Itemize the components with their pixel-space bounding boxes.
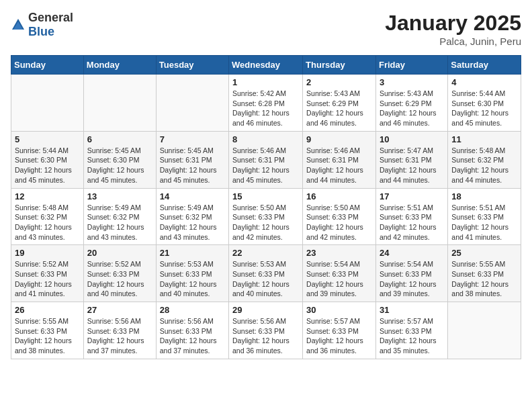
day-number: 6 [87, 134, 152, 144]
calendar-cell: 19Sunrise: 5:52 AM Sunset: 6:33 PM Dayli… [11, 245, 84, 302]
day-number: 22 [232, 248, 299, 258]
day-info: Sunrise: 5:50 AM Sunset: 6:33 PM Dayligh… [306, 203, 372, 242]
day-info: Sunrise: 5:56 AM Sunset: 6:33 PM Dayligh… [160, 316, 225, 356]
day-number: 2 [306, 77, 372, 87]
weekday-header-thursday: Thursday [303, 56, 376, 75]
page-header: General Blue January 2025 Palca, Junin, … [11, 11, 521, 47]
calendar-week-1: 1Sunrise: 5:42 AM Sunset: 6:28 PM Daylig… [11, 75, 521, 132]
calendar-cell: 28Sunrise: 5:56 AM Sunset: 6:33 PM Dayli… [156, 302, 228, 359]
day-number: 17 [380, 191, 444, 201]
day-number: 16 [306, 191, 372, 201]
day-info: Sunrise: 5:44 AM Sunset: 6:30 PM Dayligh… [451, 89, 517, 128]
title-block: January 2025 Palca, Junin, Peru [385, 11, 521, 47]
day-number: 15 [232, 191, 299, 201]
calendar-cell: 27Sunrise: 5:56 AM Sunset: 6:33 PM Dayli… [83, 302, 156, 359]
day-number: 14 [160, 191, 225, 201]
calendar-cell: 8Sunrise: 5:46 AM Sunset: 6:31 PM Daylig… [229, 131, 303, 188]
calendar-cell [156, 75, 228, 132]
day-number: 18 [451, 191, 517, 201]
day-info: Sunrise: 5:54 AM Sunset: 6:33 PM Dayligh… [306, 259, 372, 299]
calendar-cell: 16Sunrise: 5:50 AM Sunset: 6:33 PM Dayli… [303, 188, 376, 245]
day-info: Sunrise: 5:57 AM Sunset: 6:33 PM Dayligh… [380, 316, 444, 356]
calendar-cell: 29Sunrise: 5:56 AM Sunset: 6:33 PM Dayli… [229, 302, 303, 359]
day-number: 8 [232, 134, 299, 144]
calendar-cell: 20Sunrise: 5:52 AM Sunset: 6:33 PM Dayli… [83, 245, 156, 302]
day-number: 3 [380, 77, 444, 87]
day-number: 11 [451, 134, 517, 144]
day-number: 9 [306, 134, 372, 144]
calendar-location: Palca, Junin, Peru [385, 36, 521, 47]
weekday-header-tuesday: Tuesday [156, 56, 228, 75]
weekday-header-monday: Monday [83, 56, 156, 75]
calendar-table: SundayMondayTuesdayWednesdayThursdayFrid… [11, 55, 521, 359]
day-number: 13 [87, 191, 152, 201]
day-info: Sunrise: 5:51 AM Sunset: 6:33 PM Dayligh… [380, 203, 444, 242]
day-info: Sunrise: 5:45 AM Sunset: 6:30 PM Dayligh… [87, 146, 152, 185]
calendar-cell: 4Sunrise: 5:44 AM Sunset: 6:30 PM Daylig… [448, 75, 521, 132]
logo-general-text: General [28, 11, 73, 24]
day-info: Sunrise: 5:53 AM Sunset: 6:33 PM Dayligh… [160, 259, 225, 299]
day-info: Sunrise: 5:55 AM Sunset: 6:33 PM Dayligh… [451, 259, 517, 299]
day-number: 19 [15, 248, 80, 258]
day-number: 28 [160, 305, 225, 315]
day-info: Sunrise: 5:43 AM Sunset: 6:29 PM Dayligh… [306, 89, 372, 128]
calendar-cell: 12Sunrise: 5:48 AM Sunset: 6:32 PM Dayli… [11, 188, 84, 245]
weekday-header-friday: Friday [375, 56, 447, 75]
logo-blue-text: Blue [28, 25, 54, 38]
day-info: Sunrise: 5:43 AM Sunset: 6:29 PM Dayligh… [380, 89, 444, 128]
calendar-cell: 6Sunrise: 5:45 AM Sunset: 6:30 PM Daylig… [83, 131, 156, 188]
logo: General Blue [11, 11, 73, 39]
calendar-cell: 13Sunrise: 5:49 AM Sunset: 6:32 PM Dayli… [83, 188, 156, 245]
day-number: 5 [15, 134, 80, 144]
calendar-cell: 2Sunrise: 5:43 AM Sunset: 6:29 PM Daylig… [303, 75, 376, 132]
day-number: 10 [380, 134, 444, 144]
day-number: 12 [15, 191, 80, 201]
calendar-cell: 24Sunrise: 5:54 AM Sunset: 6:33 PM Dayli… [375, 245, 447, 302]
day-number: 4 [451, 77, 517, 87]
day-number: 27 [87, 305, 152, 315]
weekday-header-sunday: Sunday [11, 56, 84, 75]
day-number: 7 [160, 134, 225, 144]
calendar-cell: 21Sunrise: 5:53 AM Sunset: 6:33 PM Dayli… [156, 245, 228, 302]
day-info: Sunrise: 5:44 AM Sunset: 6:30 PM Dayligh… [15, 146, 80, 185]
logo-icon [11, 17, 26, 32]
calendar-cell [83, 75, 156, 132]
day-number: 30 [306, 305, 372, 315]
weekday-header-wednesday: Wednesday [229, 56, 303, 75]
calendar-cell [11, 75, 84, 132]
calendar-cell: 23Sunrise: 5:54 AM Sunset: 6:33 PM Dayli… [303, 245, 376, 302]
day-info: Sunrise: 5:55 AM Sunset: 6:33 PM Dayligh… [15, 316, 80, 356]
day-info: Sunrise: 5:53 AM Sunset: 6:33 PM Dayligh… [232, 259, 299, 299]
day-info: Sunrise: 5:47 AM Sunset: 6:31 PM Dayligh… [380, 146, 444, 185]
calendar-cell: 3Sunrise: 5:43 AM Sunset: 6:29 PM Daylig… [375, 75, 447, 132]
day-info: Sunrise: 5:49 AM Sunset: 6:32 PM Dayligh… [160, 203, 225, 242]
day-number: 25 [451, 248, 517, 258]
calendar-cell: 17Sunrise: 5:51 AM Sunset: 6:33 PM Dayli… [375, 188, 447, 245]
day-number: 29 [232, 305, 299, 315]
calendar-cell: 18Sunrise: 5:51 AM Sunset: 6:33 PM Dayli… [448, 188, 521, 245]
day-info: Sunrise: 5:54 AM Sunset: 6:33 PM Dayligh… [380, 259, 444, 299]
day-info: Sunrise: 5:52 AM Sunset: 6:33 PM Dayligh… [87, 259, 152, 299]
calendar-cell: 14Sunrise: 5:49 AM Sunset: 6:32 PM Dayli… [156, 188, 228, 245]
calendar-cell [448, 302, 521, 359]
calendar-cell: 11Sunrise: 5:48 AM Sunset: 6:32 PM Dayli… [448, 131, 521, 188]
day-info: Sunrise: 5:46 AM Sunset: 6:31 PM Dayligh… [306, 146, 372, 185]
calendar-cell: 30Sunrise: 5:57 AM Sunset: 6:33 PM Dayli… [303, 302, 376, 359]
calendar-title: January 2025 [385, 11, 521, 36]
day-number: 23 [306, 248, 372, 258]
calendar-cell: 25Sunrise: 5:55 AM Sunset: 6:33 PM Dayli… [448, 245, 521, 302]
calendar-week-2: 5Sunrise: 5:44 AM Sunset: 6:30 PM Daylig… [11, 131, 521, 188]
calendar-cell: 31Sunrise: 5:57 AM Sunset: 6:33 PM Dayli… [375, 302, 447, 359]
calendar-week-5: 26Sunrise: 5:55 AM Sunset: 6:33 PM Dayli… [11, 302, 521, 359]
calendar-cell: 9Sunrise: 5:46 AM Sunset: 6:31 PM Daylig… [303, 131, 376, 188]
day-info: Sunrise: 5:56 AM Sunset: 6:33 PM Dayligh… [87, 316, 152, 356]
day-info: Sunrise: 5:49 AM Sunset: 6:32 PM Dayligh… [87, 203, 152, 242]
day-info: Sunrise: 5:51 AM Sunset: 6:33 PM Dayligh… [451, 203, 517, 242]
day-info: Sunrise: 5:42 AM Sunset: 6:28 PM Dayligh… [232, 89, 299, 128]
day-info: Sunrise: 5:52 AM Sunset: 6:33 PM Dayligh… [15, 259, 80, 299]
calendar-cell: 10Sunrise: 5:47 AM Sunset: 6:31 PM Dayli… [375, 131, 447, 188]
day-info: Sunrise: 5:46 AM Sunset: 6:31 PM Dayligh… [232, 146, 299, 185]
day-number: 31 [380, 305, 444, 315]
day-number: 1 [232, 77, 299, 87]
calendar-week-3: 12Sunrise: 5:48 AM Sunset: 6:32 PM Dayli… [11, 188, 521, 245]
